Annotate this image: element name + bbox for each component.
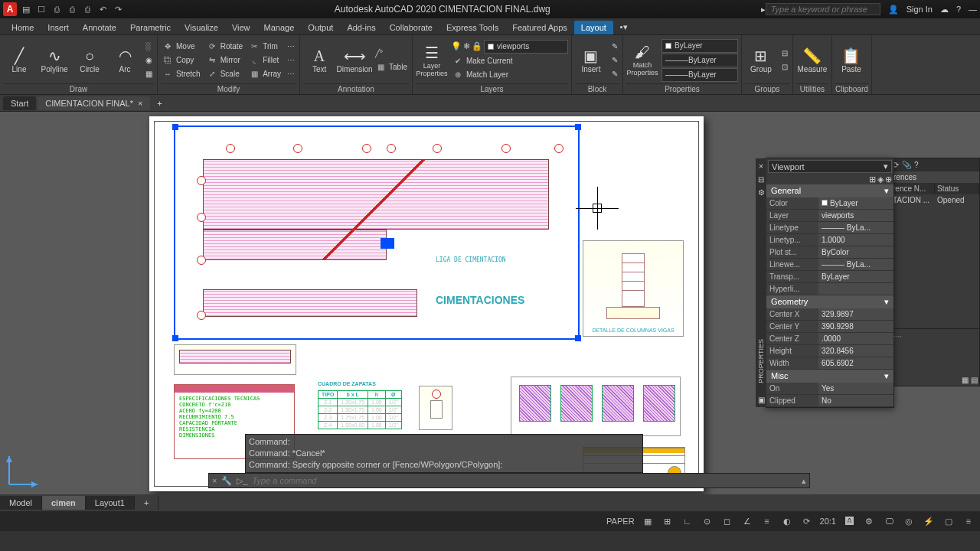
trim-button[interactable]: ✂Trim (247, 40, 283, 53)
xref-row-name[interactable]: TACION ... (890, 194, 935, 206)
block-more-1[interactable]: ✎ (610, 40, 619, 53)
fillet-button[interactable]: ◟Fillet (247, 54, 283, 67)
prop-height[interactable]: 320.8456 (818, 345, 893, 357)
command-line[interactable]: × 🔧 ▷_ ▴ (208, 473, 810, 488)
palette-strip[interactable]: × ⊟ ⚙ PROPERTIES ▣ (756, 158, 766, 407)
doc-tab-file[interactable]: CIMENTACION FINAL*× (38, 96, 150, 110)
selection-dropdown[interactable]: Viewport▾ (768, 160, 892, 173)
leader-button[interactable]: ╱° (374, 47, 409, 60)
tab-output[interactable]: Output (301, 21, 340, 34)
anno-scale[interactable]: 20:1 (820, 517, 836, 526)
tab-annotate[interactable]: Annotate (76, 21, 123, 34)
grip-br[interactable] (575, 335, 581, 341)
layer-freeze-icon[interactable]: ❄ (463, 41, 470, 51)
tab-addins[interactable]: Add-ins (340, 21, 382, 34)
tab-more-icon[interactable]: ▪▾ (613, 20, 635, 34)
circle-button[interactable]: ○Circle (74, 39, 106, 82)
qa-save-icon[interactable]: ⎙ (51, 3, 63, 15)
appstore-icon[interactable]: ☁ (940, 5, 949, 15)
command-input[interactable] (253, 476, 797, 485)
help-search-input[interactable] (766, 3, 880, 15)
layout-tab-layout1[interactable]: Layout1 (86, 496, 135, 510)
mirror-button[interactable]: ⇋Mirror (205, 54, 244, 67)
layer-lock-icon[interactable]: 🔒 (472, 41, 482, 51)
osnap-icon[interactable]: ◻ (720, 517, 734, 527)
makecurrent-button[interactable]: ✔Make Current (451, 54, 568, 67)
qa-undo-icon[interactable]: ↶ (96, 3, 109, 15)
block-more-3[interactable]: ✎ (610, 67, 619, 80)
layout-tab-model[interactable]: Model (0, 496, 42, 510)
prop-centery[interactable]: 390.9298 (818, 321, 893, 332)
line-button[interactable]: ╱Line (3, 39, 35, 82)
array-button[interactable]: ▦Array (247, 67, 283, 80)
tab-insert[interactable]: Insert (41, 21, 76, 34)
xref-preview-icon[interactable]: ▤ (971, 376, 978, 384)
prop-centerz[interactable]: .0000 (818, 333, 893, 344)
xref-attach-icon[interactable]: 📎 (902, 161, 911, 169)
palette-pin-icon[interactable]: ⊟ (758, 175, 764, 184)
layerprops-button[interactable]: ☰Layer Properties (416, 39, 448, 82)
ortho-icon[interactable]: ∟ (681, 517, 694, 526)
prop-layer[interactable]: viewports (818, 210, 893, 221)
qa-plot-icon[interactable]: ⎙ (81, 3, 93, 15)
tab-featuredapps[interactable]: Featured Apps (505, 21, 574, 34)
qa-saveas-icon[interactable]: ⎙ (66, 3, 78, 15)
xref-col-name[interactable]: rence N... (890, 183, 935, 194)
group-more-1[interactable]: ⊟ (780, 47, 789, 60)
prop-hyperlink[interactable] (818, 283, 893, 295)
drawing-area[interactable]: LIGA DE CIMENTACION CIMENTACIONES (0, 112, 980, 511)
linetype-dropdown[interactable]: ——— ByLayer (662, 68, 738, 82)
draw-more-1[interactable]: ░ (144, 40, 154, 53)
viewport-selected[interactable]: LIGA DE CIMENTACION CIMENTACIONES (174, 126, 580, 340)
tab-visualize[interactable]: Visualize (178, 21, 225, 34)
matchprops-button[interactable]: 🖌Match Properties (626, 39, 658, 82)
insert-button[interactable]: ▣Insert (575, 39, 607, 82)
snap-icon[interactable]: ⊞ (661, 517, 675, 527)
layout-tab-add[interactable]: + (135, 496, 158, 510)
prop-width[interactable]: 605.6902 (818, 357, 893, 369)
polyline-button[interactable]: ∿Polyline (38, 39, 70, 82)
minimize-icon[interactable]: — (969, 5, 977, 14)
xref-detail-icon[interactable]: ▦ (962, 376, 969, 384)
transparency-icon[interactable]: ◐ (780, 517, 794, 527)
tab-manage[interactable]: Manage (257, 21, 302, 34)
signin-label[interactable]: Sign In (906, 5, 933, 14)
palette-gear-icon[interactable]: ⚙ (758, 188, 765, 197)
prop-ltscale[interactable]: 1.0000 (818, 234, 893, 246)
cmd-up-icon[interactable]: ▴ (802, 476, 806, 486)
monitor-icon[interactable]: 🖵 (882, 517, 896, 526)
isolate-icon[interactable]: ◎ (902, 517, 916, 527)
tab-collaborate[interactable]: Collaborate (383, 21, 439, 34)
status-space[interactable]: PAPER (606, 517, 634, 526)
otrack-icon[interactable]: ∠ (740, 517, 754, 527)
cat-misc[interactable]: Misc▾ (766, 370, 893, 383)
pickadd-icon[interactable]: ⊕ (885, 174, 892, 184)
palette-close-icon[interactable]: × (759, 161, 763, 171)
properties-palette[interactable]: × ⊟ ⚙ PROPERTIES ▣ Viewport▾ ⊞◈⊕ General… (766, 158, 894, 408)
group-button[interactable]: ⊞Group (745, 39, 777, 82)
tab-view[interactable]: View (225, 21, 257, 34)
palette-toggle-icon[interactable]: ▣ (758, 396, 765, 404)
layer-bulb-icon[interactable]: 💡 (451, 41, 462, 51)
qa-new-icon[interactable]: ▤ (20, 3, 32, 15)
color-dropdown[interactable]: ByLayer (662, 39, 738, 53)
lweight-icon[interactable]: ≡ (760, 517, 774, 526)
xref-help-icon[interactable]: ? (914, 161, 919, 169)
xref-col-status[interactable]: Status (935, 183, 979, 194)
polar-icon[interactable]: ⊙ (701, 517, 714, 527)
arc-button[interactable]: ◠Arc (109, 39, 141, 82)
rotate-button[interactable]: ⟳Rotate (205, 40, 244, 53)
app-icon[interactable]: A (3, 2, 17, 16)
qa-redo-icon[interactable]: ↷ (112, 3, 124, 15)
lineweight-dropdown[interactable]: ——— ByLayer (662, 54, 738, 67)
scale-button[interactable]: ⤢Scale (205, 67, 244, 80)
doc-tab-start[interactable]: Start (3, 96, 36, 110)
paste-button[interactable]: 📋Paste (835, 39, 867, 82)
cmd-wrench-icon[interactable]: 🔧 (221, 476, 232, 486)
tab-expresstools[interactable]: Express Tools (439, 21, 505, 34)
group-more-2[interactable]: ⊡ (780, 60, 789, 73)
draw-more-2[interactable]: ◉ (144, 54, 154, 67)
quickselect-icon[interactable]: ⊞ (869, 174, 876, 184)
move-button[interactable]: ✥Move (161, 40, 202, 53)
tab-home[interactable]: Home (5, 21, 41, 34)
